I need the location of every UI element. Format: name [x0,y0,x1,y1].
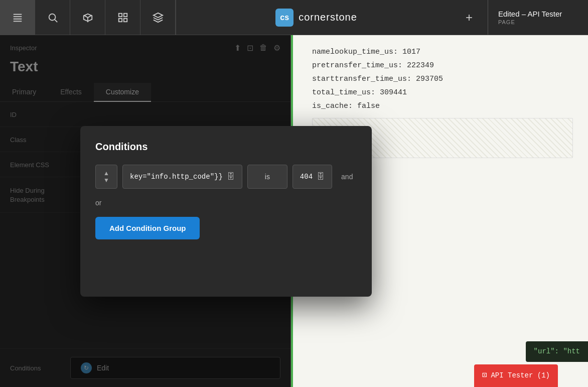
code-text-2: pretransfer_time_us: 222349 [312,59,434,72]
cube-nav-icon[interactable] [70,0,105,35]
nav-brand: cs cornerstone [176,0,457,35]
svg-marker-11 [153,13,162,17]
search-nav-icon[interactable] [35,0,70,35]
add-condition-group-button[interactable]: Add Condition Group [95,217,200,239]
add-icon: + [466,11,473,25]
code-text-1: namelookup_time_us: 1017 [312,45,420,59]
grid-nav-icon[interactable] [105,0,140,35]
code-text-5: is_cache: false [312,99,380,113]
brand-logo-text: cs [280,13,289,22]
svg-rect-1 [13,16,22,17]
condition-value-text: 404 [300,173,313,181]
code-text-3: starttransfer_time_us: 293705 [312,72,443,86]
brand-logo: cs [275,9,293,27]
code-fragment: "url": "htt [526,341,588,362]
layers-nav-icon[interactable] [140,0,176,35]
svg-rect-9 [118,18,121,21]
spinner-down-icon: ▼ [103,177,109,184]
left-panel: Inspector ⬆ ⊡ 🗑 ⚙ Text Primary Effects C… [0,35,291,387]
condition-operator-field[interactable]: is [247,165,287,189]
svg-line-5 [55,20,57,22]
condition-operator-text: is [265,173,270,181]
svg-rect-2 [13,18,22,19]
modal-title: Conditions [95,141,357,153]
code-fragment-text: "url": "htt [534,347,580,355]
code-line-4: total_time_us: 309441 [312,86,573,99]
code-line-5: is_cache: false [312,99,573,113]
condition-value-field[interactable]: 404 🗄 [292,165,332,189]
svg-rect-10 [123,18,126,21]
nav-icon-group [0,0,176,35]
api-tester-label: API Tester (1) [491,369,550,382]
add-condition-group-label: Add Condition Group [109,224,186,232]
spinner-up-icon: ▲ [103,170,109,177]
svg-rect-3 [13,21,22,22]
code-text-4: total_time_us: 309441 [312,86,407,99]
condition-value-db-icon[interactable]: 🗄 [317,172,325,181]
api-tester-icon: ⊡ [482,368,487,383]
condition-key-field[interactable]: key="info.http_code"}} 🗄 [122,165,242,189]
page-info: Edited – API Tester PAGE [488,0,588,35]
add-button[interactable]: + [457,5,482,30]
condition-connector-label: and [337,173,357,181]
modal-or-label: or [95,199,357,207]
modal-overlay: Conditions ▲ ▼ key="info.http_code"}} 🗄 … [0,35,290,387]
code-line-2: pretransfer_time_us: 222349 [312,59,573,72]
svg-point-4 [49,14,55,20]
conditions-modal: Conditions ▲ ▼ key="info.http_code"}} 🗄 … [80,126,372,297]
page-sub: PAGE [498,19,578,25]
main-layout: Inspector ⬆ ⊡ 🗑 ⚙ Text Primary Effects C… [0,35,588,387]
svg-rect-8 [123,13,126,16]
page-title: Edited – API Tester [498,10,578,18]
code-line-3: starttransfer_time_us: 293705 [312,72,573,86]
condition-row: ▲ ▼ key="info.http_code"}} 🗄 is 404 🗄 a [95,165,357,189]
condition-key-text: key="info.http_code"}} [130,173,223,181]
condition-key-db-icon[interactable]: 🗄 [227,172,235,181]
list-nav-icon[interactable] [0,0,35,35]
condition-spinner[interactable]: ▲ ▼ [95,165,117,189]
svg-rect-0 [13,14,22,15]
code-line-1: namelookup_time_us: 1017 [312,45,573,59]
top-nav: cs cornerstone + Edited – API Tester PAG… [0,0,588,35]
svg-rect-7 [118,13,121,16]
api-tester-bar[interactable]: ⊡ API Tester (1) [474,364,558,387]
brand-name: cornerstone [299,12,357,23]
